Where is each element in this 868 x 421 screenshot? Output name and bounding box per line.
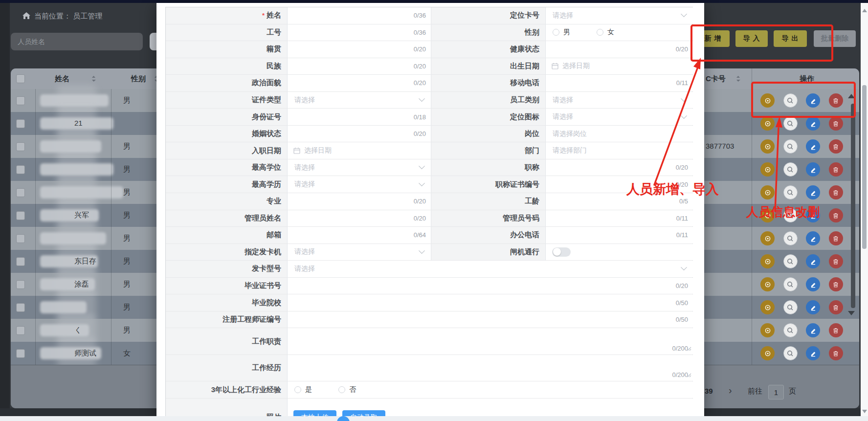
delete-row-button[interactable] [829, 116, 843, 131]
form-control-work-id[interactable]: 0/36 [288, 24, 431, 41]
form-control-highest-education[interactable]: 请选择 [288, 176, 431, 193]
delete-row-button[interactable] [829, 346, 843, 360]
view-row-button[interactable] [783, 323, 798, 337]
form-control-mobile-phone[interactable]: 0/11 [546, 75, 693, 91]
form-control-employee-type[interactable]: 请选择 [546, 92, 693, 109]
sort-icon[interactable] [91, 75, 96, 84]
card-row-button[interactable] [760, 231, 775, 245]
card-row-button[interactable] [760, 162, 775, 177]
edit-row-button[interactable] [806, 185, 820, 199]
sort-icon[interactable] [736, 75, 740, 84]
column-header-card[interactable]: C卡号 [706, 74, 726, 84]
view-row-button[interactable] [783, 116, 798, 131]
page-scrollbar[interactable] [861, 3, 868, 416]
form-control-post[interactable]: 请选择岗位 [546, 126, 693, 142]
form-control-gender[interactable]: 男女 [546, 24, 693, 41]
scroll-down-icon[interactable] [862, 410, 867, 413]
goto-page-input[interactable]: 1 [768, 385, 784, 399]
view-row-button[interactable] [783, 139, 798, 154]
edit-row-button[interactable] [806, 116, 820, 131]
select-all-checkbox[interactable] [16, 74, 25, 83]
radio-option-否[interactable]: 否 [338, 385, 356, 394]
view-row-button[interactable] [783, 254, 798, 268]
form-control-birth-date[interactable]: 选择日期 [546, 58, 693, 75]
view-row-button[interactable] [783, 162, 798, 177]
form-control-gate-access[interactable] [546, 244, 693, 261]
form-control-card-model[interactable]: 请选择 [288, 261, 693, 277]
table-scrollbar-thumb[interactable] [851, 104, 855, 308]
row-checkbox[interactable] [16, 165, 25, 174]
form-control-id-type[interactable]: 请选择 [288, 92, 431, 109]
delete-row-button[interactable] [829, 277, 843, 291]
delete-row-button[interactable] [829, 208, 843, 222]
view-row-button[interactable] [783, 277, 798, 291]
form-control-admin-name[interactable]: 0/20 [288, 210, 431, 227]
page-scrollbar-thumb[interactable] [862, 85, 867, 249]
row-checkbox[interactable] [16, 326, 25, 335]
row-checkbox[interactable] [16, 303, 25, 312]
edit-row-button[interactable] [806, 139, 820, 154]
radio-option-男[interactable]: 男 [553, 28, 570, 37]
form-control-office-phone[interactable]: 0/11 [546, 227, 693, 244]
gate-access-toggle[interactable] [552, 247, 571, 257]
card-row-button[interactable] [760, 139, 775, 154]
table-scroll-down-icon[interactable] [848, 311, 855, 315]
form-control-health-status[interactable]: 0/20 [546, 41, 693, 58]
form-control-marital-status[interactable]: 0/20 [288, 126, 431, 142]
form-control-work-experience[interactable]: 0/200 [288, 355, 693, 381]
delete-row-button[interactable] [829, 300, 843, 314]
form-control-name[interactable]: 0/36 [288, 7, 431, 24]
search-input[interactable] [11, 33, 143, 50]
form-control-email[interactable]: 0/64 [288, 227, 431, 244]
row-checkbox[interactable] [16, 257, 25, 266]
row-checkbox[interactable] [16, 349, 25, 358]
card-row-button[interactable] [760, 300, 775, 314]
view-row-button[interactable] [783, 185, 798, 199]
form-control-chemical-experience[interactable]: 是否 [288, 381, 693, 398]
edit-row-button[interactable] [806, 300, 820, 314]
form-control-political-status[interactable]: 0/20 [288, 75, 431, 91]
delete-row-button[interactable] [829, 185, 843, 199]
form-control-hire-date[interactable]: 选择日期 [288, 142, 431, 159]
column-header-gender[interactable]: 性别 [131, 74, 146, 84]
row-checkbox[interactable] [16, 142, 25, 151]
edit-row-button[interactable] [806, 346, 820, 360]
radio-option-女[interactable]: 女 [597, 28, 614, 37]
form-control-ethnicity[interactable]: 0/20 [288, 58, 431, 75]
column-header-name[interactable]: 姓名 [55, 74, 69, 84]
form-control-graduate-school[interactable]: 0/50 [288, 294, 693, 311]
delete-row-button[interactable] [829, 254, 843, 268]
page-number[interactable]: 39 [705, 387, 713, 395]
card-row-button[interactable] [760, 323, 775, 337]
row-checkbox[interactable] [16, 188, 25, 197]
row-checkbox[interactable] [16, 280, 25, 289]
card-row-button[interactable] [760, 116, 775, 131]
card-row-button[interactable] [760, 346, 775, 360]
scroll-up-icon[interactable] [862, 9, 867, 12]
edit-row-button[interactable] [806, 323, 820, 337]
row-checkbox[interactable] [16, 119, 25, 128]
card-row-button[interactable] [760, 277, 775, 291]
edit-row-button[interactable] [806, 162, 820, 177]
form-control-native-place[interactable]: 0/20 [288, 41, 431, 58]
chevron-right-icon[interactable]: › [729, 385, 732, 396]
edit-row-button[interactable] [806, 277, 820, 291]
card-row-button[interactable] [760, 185, 775, 199]
view-row-button[interactable] [783, 231, 798, 245]
form-control-diploma-number[interactable]: 0/20 [288, 278, 693, 294]
form-control-id-number[interactable]: 0/18 [288, 109, 431, 125]
form-control-admin-number[interactable]: 0/11 [546, 210, 693, 227]
horizontal-scrollbar-area[interactable] [0, 416, 868, 421]
edit-row-button[interactable] [806, 231, 820, 245]
form-control-department[interactable]: 请选择部门 [546, 142, 693, 159]
row-checkbox[interactable] [16, 211, 25, 220]
form-control-locate-icon[interactable]: 请选择 [546, 109, 693, 125]
delete-row-button[interactable] [829, 323, 843, 337]
view-row-button[interactable] [783, 300, 798, 314]
form-control-locate-card[interactable]: 请选择 [546, 7, 693, 24]
delete-row-button[interactable] [829, 139, 843, 154]
delete-row-button[interactable] [829, 162, 843, 177]
edit-row-button[interactable] [806, 254, 820, 268]
radio-option-是[interactable]: 是 [294, 385, 312, 394]
view-row-button[interactable] [783, 346, 798, 360]
